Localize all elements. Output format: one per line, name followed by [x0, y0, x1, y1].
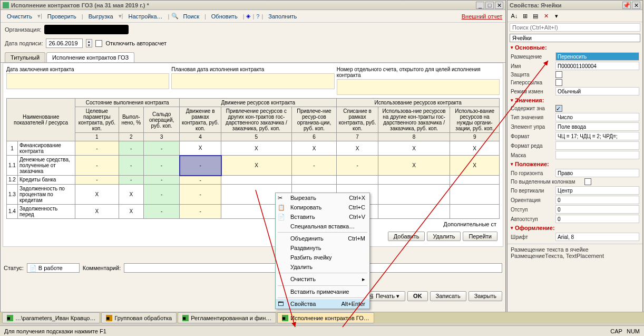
prop-valtype[interactable]: Число: [555, 113, 639, 121]
ctx-merge[interactable]: ОбъединитьCtrl+M: [276, 234, 369, 243]
props-icon: 🗔: [278, 301, 286, 309]
refresh-button[interactable]: Обновить: [208, 12, 241, 21]
ctx-cut[interactable]: ✂ВырезатьCtrl+X: [276, 193, 369, 203]
chevron-down-icon[interactable]: ▾: [552, 11, 561, 21]
ctx-del[interactable]: Удалить: [276, 262, 369, 272]
info-h1: Дата заключения контракта: [6, 66, 169, 72]
tab-strip: Титульный Исполнение контрактов ГОЗ: [1, 52, 505, 63]
sec-val[interactable]: Значения:: [508, 96, 642, 104]
ctx-split[interactable]: Разбить ячейку: [276, 253, 369, 262]
info-h2: Плановая дата исполнения контракта: [171, 66, 334, 72]
data-table[interactable]: Наименование показателей / ресурса Состо…: [6, 98, 500, 219]
ctx-clear[interactable]: Очистить▸: [276, 274, 369, 284]
prop-link[interactable]: [555, 79, 562, 86]
taskbar: ■…\parameters_Иван Кравцо… ■Групповая об…: [0, 312, 644, 323]
prop-placement[interactable]: Переносить: [555, 52, 639, 61]
close-button[interactable]: ✕: [495, 2, 503, 9]
comment-label: Комментарий:: [83, 265, 121, 271]
sec-main[interactable]: Основные:: [508, 43, 642, 52]
info-v1[interactable]: [6, 73, 169, 89]
ctx-copy[interactable]: 📋КопироватьCtrl+C: [276, 203, 369, 212]
sort-az-icon[interactable]: A↓: [510, 11, 519, 21]
close-button-action[interactable]: Закрыть: [469, 291, 502, 301]
date-input[interactable]: [46, 39, 83, 48]
ctx-note[interactable]: Вставить примечание: [276, 287, 369, 296]
prop-bysel[interactable]: [584, 178, 591, 185]
prop-editfmt[interactable]: [555, 141, 639, 150]
prop-format[interactable]: ЧЦ = 17; ЧДЦ = 2; ЧРД=;: [555, 132, 639, 140]
th-c4: Движение в рамках контракта, руб. коп.: [180, 107, 221, 133]
main-toolbar: Очистить▾| Проверить| Выгрузка▾| Настрой…: [1, 10, 505, 23]
clear-x-icon[interactable]: ✕: [541, 11, 551, 21]
task-3[interactable]: ■Регламентированная и фин…: [178, 312, 276, 323]
props-category[interactable]: Ячейки: [510, 34, 640, 42]
window-title: Исполнение контрактов ГОЗ (на 31 мая 201…: [11, 2, 476, 8]
th-c7: Списание в рамках контракта, руб. коп.: [337, 107, 378, 133]
org-value-redacted: [44, 25, 129, 34]
ctx-expand[interactable]: Раздвинуть: [276, 243, 369, 253]
th-group1: Состояние выполнения контракта: [75, 99, 180, 107]
diamond-icon[interactable]: ◈: [246, 13, 250, 20]
external-report-link[interactable]: Внешний отчет: [462, 13, 502, 20]
props-toolbar: A↓ ⊞ ▤ ✕ ▾: [508, 10, 642, 22]
info-v2[interactable]: [171, 73, 334, 89]
task-4[interactable]: ■Исполнение контрактов ГО…: [277, 312, 374, 323]
prop-name[interactable]: П000001100004: [555, 62, 639, 70]
props-close[interactable]: ✕: [632, 2, 640, 9]
tab-exec[interactable]: Исполнение контрактов ГОЗ: [46, 52, 134, 62]
prop-protect[interactable]: [555, 71, 562, 78]
sec-design[interactable]: Оформление:: [508, 224, 642, 232]
props-pin[interactable]: 📌: [622, 2, 631, 9]
maximize-button[interactable]: □: [485, 2, 494, 9]
prop-auto[interactable]: 0: [555, 215, 639, 223]
date-stepper[interactable]: ▴▾: [86, 39, 92, 47]
ctx-spec[interactable]: Специальная вставка…: [276, 222, 369, 231]
check-button[interactable]: Проверить: [44, 12, 80, 21]
ctx-paste[interactable]: 📄ВставитьCtrl+V: [276, 212, 369, 222]
clear-button[interactable]: Очистить: [4, 12, 35, 21]
tab-title[interactable]: Титульный: [5, 52, 45, 62]
status-select[interactable]: 📄 В работе: [27, 263, 80, 273]
prop-orient[interactable]: 0: [555, 196, 639, 204]
table-row: 1.1Денежные средства, полученные от зака…: [7, 156, 500, 176]
prop-mask[interactable]: [555, 151, 639, 159]
list-icon[interactable]: ▤: [531, 11, 540, 21]
table-row: 1.4Задолженность перед XX- -: [7, 204, 500, 218]
prop-halign[interactable]: Право: [555, 169, 639, 177]
status-row: Статус: 📄 В работе Комментарий:: [4, 263, 502, 273]
save-button[interactable]: Записать: [430, 291, 466, 301]
prop-editmode[interactable]: Обычный: [555, 87, 639, 95]
th-rowhead: Наименование показателей / ресурса: [7, 99, 75, 141]
prop-ctrl[interactable]: Поле ввода: [555, 122, 639, 131]
date-row: Дата подписи: ▴▾ Отключить авторасчет: [1, 36, 505, 50]
prop-font[interactable]: Arial, 8: [555, 233, 639, 241]
props-search[interactable]: [510, 23, 640, 32]
fill-button[interactable]: Заполнить: [265, 12, 300, 21]
cat-icon[interactable]: ⊞: [520, 11, 530, 21]
selected-cell[interactable]: -: [180, 156, 221, 176]
ctx-props[interactable]: 🗔СвойстваAlt+Enter: [276, 299, 369, 309]
task-1[interactable]: ■…\parameters_Иван Кравцо…: [2, 312, 100, 323]
prop-contains[interactable]: ✓: [555, 105, 562, 112]
search-icon: 🔍: [171, 13, 179, 20]
th-c6: Привлече-ние ресур-сов организа-ции, руб…: [291, 107, 337, 133]
autocalc-checkbox[interactable]: [95, 40, 102, 47]
additional-info: Дополнительные ст: [6, 219, 500, 229]
search-button[interactable]: Поиск: [180, 12, 202, 21]
task-2[interactable]: ■Групповая обработка: [101, 312, 177, 323]
settings-button[interactable]: Настройка…: [125, 12, 165, 21]
export-button[interactable]: Выгрузка: [85, 12, 116, 21]
th-group2: Движение ресурсов контракта: [180, 99, 337, 107]
ok-button[interactable]: OK: [407, 291, 428, 301]
main-titlebar: Исполнение контрактов ГОЗ (на 31 мая 201…: [1, 1, 505, 10]
sec-pos[interactable]: Положение:: [508, 160, 642, 168]
prop-indent[interactable]: 0: [555, 205, 639, 214]
status-hint: Для получения подсказки нажмите F1: [4, 328, 106, 334]
delete-button[interactable]: Удалить: [427, 232, 461, 241]
info-v3[interactable]: [337, 79, 500, 95]
add-button[interactable]: Добавить: [388, 232, 425, 241]
minimize-button[interactable]: _: [476, 2, 484, 9]
prop-valign[interactable]: Центр: [555, 186, 639, 195]
goto-button[interactable]: Перейти: [463, 232, 497, 241]
help-icon[interactable]: ?: [256, 13, 259, 20]
